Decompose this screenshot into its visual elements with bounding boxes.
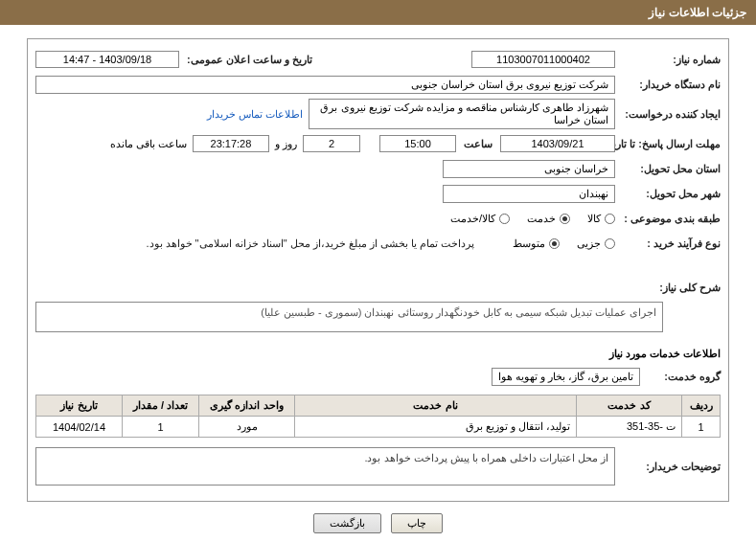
cell-unit: مورد	[199, 417, 295, 438]
category-goods-radio[interactable]: کالا	[587, 213, 615, 225]
th-qty: تعداد / مقدار	[123, 395, 199, 417]
purchase-minor-label: جزیی	[577, 237, 601, 250]
requester-value: شهرزاد طاهری کارشناس مناقصه و مزایده شرک…	[309, 99, 615, 129]
delivery-province-value: خراسان جنوبی	[443, 160, 615, 178]
page-title-bar: جزئیات اطلاعات نیاز	[0, 0, 756, 25]
cell-code: ت -35-351	[577, 417, 682, 438]
radio-icon	[499, 214, 510, 224]
radio-icon	[560, 214, 570, 224]
category-service-radio[interactable]: خدمت	[527, 213, 570, 225]
category-service-label: خدمت	[527, 213, 556, 225]
back-button[interactable]: بازگشت	[313, 513, 381, 533]
action-buttons: چاپ بازگشت	[0, 513, 756, 533]
need-summary-label: شرح کلی نیاز:	[615, 282, 721, 294]
need-summary-text: اجرای عملیات تبدیل شبکه سیمی به کابل خود…	[261, 306, 656, 318]
th-date: تاریخ نیاز	[36, 395, 123, 417]
buyer-notes-text: از محل اعتبارات داخلی همراه با پیش پرداخ…	[364, 452, 608, 463]
cell-date: 1404/02/14	[36, 417, 123, 438]
deadline-hour-value: 15:00	[379, 135, 456, 152]
category-both-label: کالا/خدمت	[450, 213, 495, 225]
deadline-date-value: 1403/09/21	[500, 135, 615, 152]
radio-icon	[605, 238, 615, 249]
delivery-city-value: نهبندان	[443, 185, 615, 203]
payment-note: پرداخت تمام یا بخشی از مبلغ خرید،از محل …	[146, 237, 484, 250]
buyer-notes-box: از محل اعتبارات داخلی همراه با پیش پرداخ…	[35, 447, 615, 486]
buyer-contact-link[interactable]: اطلاعات تماس خریدار	[207, 108, 309, 121]
service-group-value: تامین برق، گاز، بخار و تهویه هوا	[492, 368, 640, 386]
announce-datetime-value: 1403/09/18 - 14:47	[35, 51, 179, 68]
radio-icon	[549, 238, 560, 249]
details-panel: شماره نیاز: 1103007011000402 تاریخ و ساع…	[27, 38, 729, 502]
need-summary-box: اجرای عملیات تبدیل شبکه سیمی به کابل خود…	[35, 302, 663, 332]
category-radio-group: کالا خدمت کالا/خدمت	[450, 213, 615, 225]
category-label: طبقه بندی موضوعی :	[615, 213, 721, 225]
delivery-city-label: شهر محل تحویل:	[615, 188, 721, 200]
buyer-notes-label: توضیحات خریدار:	[615, 447, 721, 473]
purchase-type-label: نوع فرآیند خرید :	[615, 237, 721, 250]
purchase-medium-label: متوسط	[513, 237, 545, 250]
announce-datetime-label: تاریخ و ساعت اعلان عمومی:	[183, 54, 312, 66]
days-and-label: روز و	[269, 138, 303, 150]
buyer-org-value: شرکت توزیع نیروی برق استان خراسان جنوبی	[35, 76, 615, 94]
services-table: ردیف کد خدمت نام خدمت واحد اندازه گیری ت…	[35, 395, 721, 438]
category-goods-label: کالا	[587, 213, 601, 225]
category-both-radio[interactable]: کالا/خدمت	[450, 213, 510, 225]
time-remaining-value: 23:17:28	[193, 135, 269, 152]
purchase-minor-radio[interactable]: جزیی	[577, 237, 615, 250]
need-number-value: 1103007011000402	[471, 51, 615, 68]
hour-label: ساعت	[456, 138, 500, 150]
requester-label: ایجاد کننده درخواست:	[615, 108, 721, 121]
services-info-title: اطلاعات خدمات مورد نیاز	[35, 348, 721, 360]
purchase-type-radio-group: جزیی متوسط	[513, 237, 615, 250]
th-row: ردیف	[682, 395, 721, 417]
cell-name: تولید، انتقال و توزیع برق	[295, 417, 577, 438]
need-number-label: شماره نیاز:	[615, 54, 721, 66]
th-unit: واحد اندازه گیری	[199, 395, 295, 417]
page-title: جزئیات اطلاعات نیاز	[649, 6, 746, 19]
radio-icon	[605, 214, 615, 224]
table-row: 1 ت -35-351 تولید، انتقال و توزیع برق مو…	[36, 417, 721, 438]
th-code: کد خدمت	[577, 395, 682, 417]
time-remaining-label: ساعت باقی مانده	[110, 138, 193, 150]
purchase-medium-radio[interactable]: متوسط	[513, 237, 560, 250]
th-name: نام خدمت	[295, 395, 577, 417]
service-group-label: گروه خدمت:	[644, 371, 721, 383]
delivery-province-label: استان محل تحویل:	[615, 163, 721, 175]
cell-row: 1	[682, 417, 721, 438]
deadline-label: مهلت ارسال پاسخ: تا تاریخ:	[615, 138, 721, 150]
days-remaining-value: 2	[303, 135, 360, 152]
cell-qty: 1	[123, 417, 199, 438]
buyer-org-label: نام دستگاه خریدار:	[615, 79, 721, 91]
print-button[interactable]: چاپ	[391, 513, 443, 533]
